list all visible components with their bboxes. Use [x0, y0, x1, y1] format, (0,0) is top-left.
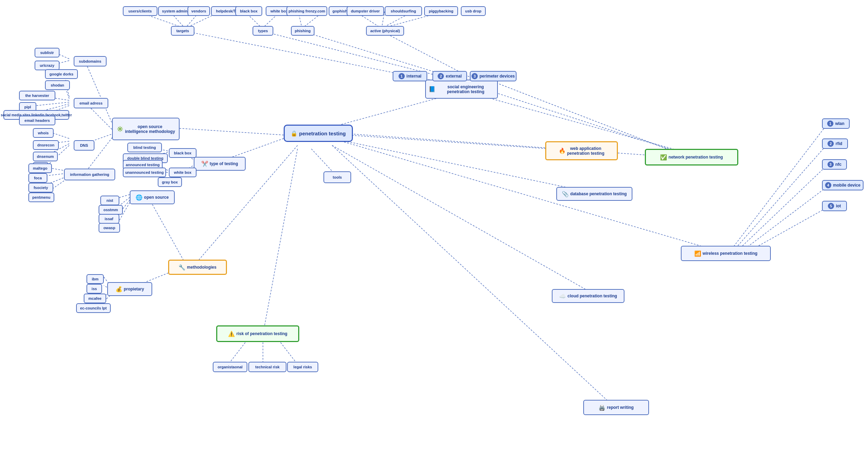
web-app-node: 🔥 web applicationpenetration testing — [545, 141, 618, 160]
methodologies-node: 🔧 methodologies — [168, 260, 227, 275]
external-node: 2 external — [432, 71, 467, 81]
fsociety-node: fsociety — [28, 183, 53, 192]
issaf-node: issaf — [99, 214, 119, 224]
white-box-type-node: white box — [169, 168, 197, 177]
maltego-node: maltego — [28, 163, 52, 173]
blind-testing-node: blind testing — [127, 143, 162, 152]
wireless-pen-node: 📶 wireless penetration testing — [681, 246, 771, 261]
wlan-node: 1 wlan — [822, 118, 850, 129]
svg-line-38 — [149, 198, 185, 263]
phishing-node: phishing — [291, 26, 314, 36]
targets-node: targets — [171, 26, 194, 36]
active-physical-node: active (physical) — [366, 26, 404, 36]
report-writing-node: 🖨️ report writing — [583, 400, 649, 415]
subdomains-node: subdomains — [74, 56, 107, 66]
svg-line-5 — [332, 145, 588, 291]
central-node: 🔒 penetration testing — [284, 125, 353, 142]
svg-line-73 — [733, 165, 827, 254]
piggybacking-node: piggybacking — [424, 6, 458, 16]
scissors-icon: ✂️ — [201, 161, 208, 167]
svg-line-72 — [732, 145, 827, 253]
svg-line-20 — [36, 102, 69, 106]
internal-node: 1 internal — [393, 71, 427, 81]
mobile-device-node: 4 mobile device — [822, 180, 864, 190]
dumpster-node: dumpster driver — [347, 6, 384, 16]
shouldsurfing-node: shouldsurfing — [385, 6, 422, 16]
iss-node: iss — [86, 284, 102, 294]
risk-node: ⚠️ risk of penetration testing — [216, 325, 299, 342]
whois-node: whois — [33, 128, 54, 138]
email-address-node: email adress — [74, 98, 108, 108]
warning-icon: ⚠️ — [228, 331, 235, 337]
svg-line-40 — [118, 195, 130, 198]
svg-line-6 — [332, 145, 609, 402]
wrench-icon: 🔧 — [179, 264, 185, 271]
open-source-node: 🌐 open source — [130, 190, 175, 204]
paperclip-icon: 📎 — [562, 191, 569, 197]
wifi-icon: 📶 — [694, 250, 701, 257]
check-icon: ✅ — [660, 154, 667, 161]
legal-risks-node: legal risks — [287, 362, 318, 372]
perimeter-node: 3 perimeter devices — [470, 71, 517, 81]
black-box-type-node: black box — [169, 148, 197, 158]
organisational-node: organistaonal — [213, 362, 247, 372]
propietary-node: 💰 propietary — [107, 282, 152, 296]
printer-icon: 🖨️ — [599, 404, 605, 411]
svg-line-7 — [263, 149, 298, 334]
pentmenu-node: pentmenu — [28, 192, 54, 202]
gray-box-node: gray box — [158, 177, 182, 187]
dnsenum-node: dnsenum — [33, 152, 58, 161]
rfid-node: 2 rfid — [822, 138, 848, 149]
mcafee-node: mcafee — [84, 294, 106, 303]
technical-risk-node: technical risk — [248, 362, 286, 372]
phishing-frenzy-node: phishing frenzy.com — [286, 6, 327, 16]
mindmap-canvas: 🔒 penetration testing 📘 social engineeri… — [0, 0, 868, 467]
ibm-node: ibm — [86, 274, 104, 284]
iot-node: 5 iot — [822, 201, 847, 211]
money-icon: 💰 — [116, 286, 122, 293]
svg-line-8 — [311, 149, 335, 174]
nist-node: nist — [100, 196, 119, 205]
black-box-social-node: black box — [235, 6, 262, 16]
tools-node: tools — [323, 171, 351, 183]
info-gathering-node: information gathering — [64, 169, 115, 180]
fire-icon: 🔥 — [559, 147, 566, 154]
nfc-node: 3 nfc — [822, 159, 847, 170]
globe-icon: 🌐 — [136, 194, 143, 201]
types-social-node: types — [253, 26, 273, 36]
shodan-node: shodan — [45, 80, 70, 90]
lock-icon: 🔒 — [291, 130, 298, 137]
database-pen-node: 📎 database penetration testing — [556, 187, 632, 201]
osstmm-node: osstmm — [99, 205, 123, 215]
type-testing-node: ✂️ type of testing — [194, 157, 246, 171]
connections-svg — [0, 0, 868, 467]
social-eng-node: 📘 social engineering penetration testing — [425, 80, 498, 99]
network-pen-node: ✅ network penetration testing — [645, 149, 738, 165]
svg-line-2 — [332, 133, 695, 159]
svg-line-12 — [85, 61, 114, 128]
unannounced-node: unannounced testing — [123, 168, 166, 177]
urlcrazy-node: urlcrazy — [35, 61, 60, 70]
sublistr-node: sublistr — [35, 48, 60, 57]
foca-node: foca — [28, 173, 47, 183]
harvester-node: the harvester — [19, 91, 55, 100]
usb-drop-node: usb drop — [461, 6, 486, 16]
dnsrecon-node: dnsrecon — [33, 140, 59, 150]
cloud-icon: ☁️ — [559, 293, 566, 299]
star-icon: ✳️ — [117, 126, 124, 132]
facebook-icon: 📘 — [429, 86, 436, 92]
svg-line-71 — [730, 125, 827, 251]
vendors-node: vendors — [188, 6, 210, 16]
email-headers-node: email headers — [19, 116, 55, 125]
google-dorks-node: google dorks — [45, 69, 78, 79]
owasp-node: owasp — [99, 223, 120, 233]
users-clients-node: users/clients — [123, 6, 157, 16]
cloud-pen-node: ☁️ cloud penetration testing — [552, 289, 624, 303]
dns-node: DNS — [74, 140, 94, 151]
osint-node: ✳️ open sourceintelligence methodology — [112, 118, 180, 140]
ec-councils-node: ec-councils lpt — [76, 303, 111, 313]
